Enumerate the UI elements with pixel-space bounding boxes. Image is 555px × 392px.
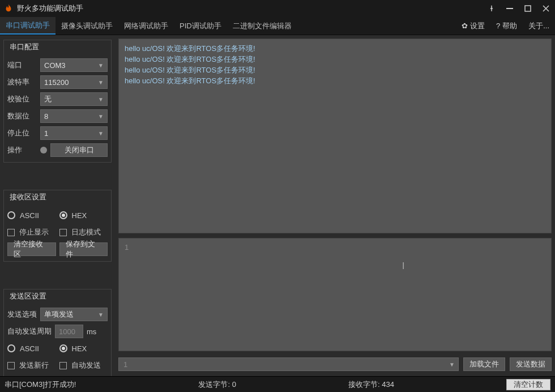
stopbits-label: 停止位 — [7, 128, 37, 138]
checkbox-icon — [7, 229, 15, 236]
send-history-combo[interactable]: 1▼ — [118, 357, 459, 371]
button-label: 关闭串口 — [65, 145, 94, 155]
chevron-down-icon: ▼ — [98, 96, 104, 103]
button-label: 保存到文件 — [66, 239, 102, 259]
load-file-button[interactable]: 加载文件 — [463, 357, 505, 371]
chevron-down-icon: ▼ — [98, 113, 104, 120]
recv-ascii-radio[interactable]: ASCII — [7, 211, 56, 220]
chevron-down-icon: ▼ — [98, 79, 104, 86]
app-logo-icon — [3, 3, 14, 14]
save-to-file-button[interactable]: 保存到文件 — [59, 242, 108, 256]
group-title: 发送区设置 — [7, 291, 49, 301]
checkbox-label: 自动发送 — [71, 360, 101, 370]
stop-display-checkbox[interactable]: 停止显示 — [7, 227, 56, 237]
group-title: 接收区设置 — [7, 192, 49, 202]
tab-camera-debug[interactable]: 摄像头调试助手 — [56, 17, 118, 35]
recv-settings-group: 接收区设置 ASCII HEX 停止显示 日志模式 清空接收区 保存到文件 — [3, 190, 112, 262]
chevron-down-icon: ▼ — [98, 130, 104, 137]
select-value: 8 — [44, 112, 48, 121]
baud-label: 波特率 — [7, 77, 37, 87]
receive-output-pane[interactable]: hello uc/OS! 欢迎来到RTOS多任务环境! hello uc/OS!… — [118, 39, 552, 233]
send-option-select[interactable]: 单项发送▼ — [40, 308, 108, 321]
minimize-button[interactable] — [501, 0, 519, 17]
help-label: 帮助 — [502, 21, 517, 31]
log-mode-checkbox[interactable]: 日志模式 — [59, 227, 108, 237]
help-button[interactable]: ?帮助 — [490, 17, 523, 35]
settings-label: 设置 — [470, 21, 485, 31]
tab-binary-editor[interactable]: 二进制文件编辑器 — [227, 17, 297, 35]
output-line: hello uc/OS! 欢迎来到RTOS多任务环境! — [125, 76, 545, 87]
auto-period-label: 自动发送周期 — [7, 326, 52, 336]
rx-bytes-label: 接收字节: 434 — [348, 380, 394, 390]
radio-icon — [59, 344, 67, 352]
port-select[interactable]: COM3▼ — [40, 58, 108, 72]
tab-network-debug[interactable]: 网络调试助手 — [118, 17, 174, 35]
svg-rect-1 — [525, 6, 531, 11]
tab-label: PID调试助手 — [180, 21, 221, 31]
status-message: 串口[COM3]打开成功! — [5, 380, 76, 390]
send-hex-radio[interactable]: HEX — [59, 344, 108, 353]
chevron-down-icon: ▼ — [98, 312, 104, 318]
tab-label: 摄像头调试助手 — [61, 21, 113, 31]
tx-bytes-label: 发送字节: 0 — [198, 380, 236, 390]
send-data-button[interactable]: 发送数据 — [510, 357, 552, 371]
chevron-down-icon: ▼ — [449, 361, 455, 368]
send-option-label: 发送选项 — [7, 309, 37, 319]
recv-hex-radio[interactable]: HEX — [59, 211, 108, 220]
radio-icon — [7, 211, 15, 219]
clear-recv-button[interactable]: 清空接收区 — [7, 242, 56, 256]
checkbox-icon — [7, 362, 15, 369]
about-label: 关于... — [528, 21, 549, 31]
output-line: hello uc/OS! 欢迎来到RTOS多任务环境! — [125, 44, 545, 54]
pin-button[interactable] — [483, 0, 501, 17]
baud-select[interactable]: 115200▼ — [40, 75, 108, 89]
combo-value: 1 — [123, 360, 127, 369]
gear-icon: ✿ — [462, 22, 468, 30]
group-title: 串口配置 — [7, 42, 41, 52]
radio-label: HEX — [72, 344, 87, 353]
radio-icon — [7, 344, 15, 352]
output-line: hello uc/OS! 欢迎来到RTOS多任务环境! — [125, 65, 545, 76]
databits-select[interactable]: 8▼ — [40, 109, 108, 123]
text-cursor-icon: I — [402, 261, 404, 271]
send-newline-checkbox[interactable]: 发送新行 — [7, 360, 56, 370]
parity-label: 校验位 — [7, 94, 37, 104]
checkbox-icon — [59, 362, 67, 369]
op-label: 操作 — [7, 145, 37, 155]
svg-rect-0 — [506, 8, 513, 9]
checkbox-label: 发送新行 — [19, 360, 49, 370]
tab-serial-debug[interactable]: 串口调试助手 — [0, 17, 56, 35]
select-value: 1 — [44, 129, 48, 138]
clear-count-button[interactable]: 清空计数 — [506, 379, 550, 390]
button-label: 清空接收区 — [14, 239, 50, 259]
close-button[interactable] — [537, 0, 555, 17]
send-input-pane[interactable]: 1 I — [118, 238, 552, 351]
tab-label: 串口调试助手 — [6, 20, 50, 31]
auto-send-checkbox[interactable]: 自动发送 — [59, 360, 108, 370]
settings-button[interactable]: ✿设置 — [456, 17, 490, 35]
parity-select[interactable]: 无▼ — [40, 92, 108, 106]
tab-label: 二进制文件编辑器 — [233, 21, 292, 31]
app-title: 野火多功能调试助手 — [17, 3, 483, 14]
unit-label: ms — [87, 327, 96, 336]
button-label: 加载文件 — [469, 359, 499, 369]
help-icon: ? — [496, 22, 500, 30]
radio-label: ASCII — [20, 211, 39, 220]
button-label: 发送数据 — [516, 359, 545, 369]
send-ascii-radio[interactable]: ASCII — [7, 344, 56, 353]
send-input-value: 1 — [125, 243, 129, 252]
chevron-down-icon: ▼ — [98, 62, 104, 69]
select-value: 无 — [44, 94, 52, 104]
select-value: COM3 — [44, 61, 66, 70]
tab-pid-debug[interactable]: PID调试助手 — [174, 17, 227, 35]
serial-config-group: 串口配置 端口 COM3▼ 波特率 115200▼ 校验位 无▼ 数据位 8▼ … — [3, 40, 112, 163]
stopbits-select[interactable]: 1▼ — [40, 126, 108, 140]
checkbox-label: 日志模式 — [71, 227, 101, 237]
select-value: 115200 — [44, 78, 69, 87]
button-label: 清空计数 — [514, 380, 543, 390]
maximize-button[interactable] — [519, 0, 537, 17]
about-button[interactable]: 关于... — [523, 17, 555, 35]
send-settings-group: 发送区设置 发送选项 单项发送▼ 自动发送周期 ms ASCII HEX 发送新… — [3, 289, 112, 376]
auto-period-input[interactable] — [55, 325, 83, 338]
close-serial-button[interactable]: 关闭串口 — [50, 143, 108, 157]
